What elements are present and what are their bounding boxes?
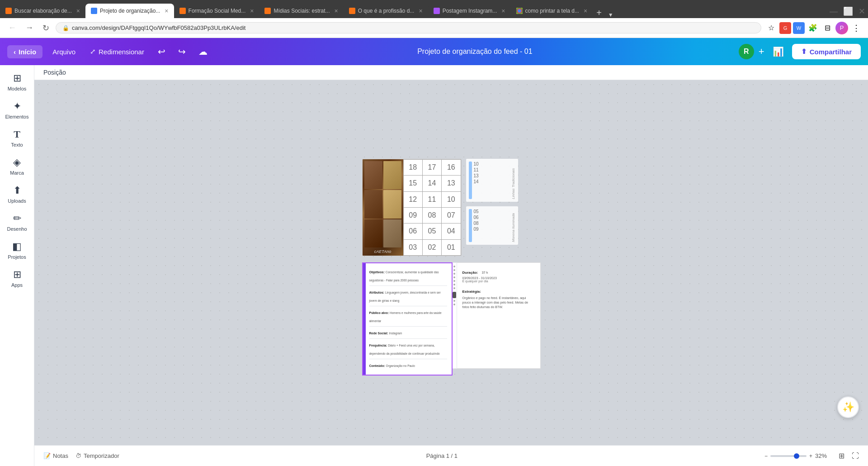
- sidebar-item-modelos[interactable]: ⊞ Modelos: [2, 69, 33, 95]
- form-divider-5: [369, 359, 447, 359]
- form-freq-label: Frequência:: [369, 344, 388, 347]
- num-list-1-card[interactable]: 10 11 13 14 Linhas Tradicionais: [466, 159, 518, 202]
- extension-1-icon[interactable]: G: [779, 22, 791, 34]
- notes-button[interactable]: 📝 Notas: [43, 452, 68, 459]
- notes-card[interactable]: Duração: 37 h 03/09/2023 - 31/10/2023 É …: [457, 262, 541, 369]
- tab-4-favicon: [264, 8, 271, 14]
- tab-4-close[interactable]: ×: [335, 7, 338, 14]
- forward-button[interactable]: →: [23, 21, 36, 34]
- zoom-slider[interactable]: [770, 455, 807, 457]
- maximize-button[interactable]: ⬜: [840, 5, 856, 18]
- canva-stats-button[interactable]: 📊: [769, 44, 788, 59]
- profile-letter: P: [840, 24, 844, 31]
- timer-button[interactable]: ⏱ Temporizador: [75, 452, 119, 459]
- sidebar-item-projetos[interactable]: ◧ Projetos: [2, 237, 33, 263]
- back-button[interactable]: ←: [5, 21, 19, 34]
- menu-dots-icon[interactable]: ⋮: [850, 22, 863, 34]
- brand-icon: ◈: [13, 157, 21, 168]
- tab-6-close[interactable]: ×: [501, 7, 505, 14]
- canva-share-button[interactable]: ⬆ Compartilhar: [792, 44, 861, 59]
- num-list-2-content: 05 06 08 09: [474, 209, 509, 242]
- apps-icon: ⊞: [13, 269, 21, 281]
- canva-undo-button[interactable]: ↩: [154, 44, 169, 59]
- tab-3[interactable]: Formação Social Med... ×: [174, 4, 259, 18]
- sidebar-apps-label: Apps: [11, 282, 23, 288]
- extension-2-icon[interactable]: W: [793, 22, 805, 34]
- scroll-dot: [453, 266, 455, 267]
- sidebar-item-elementos[interactable]: ✦ Elementos: [2, 97, 33, 123]
- bottom-right-controls: − + 32% ⊞ ⛶: [764, 450, 859, 462]
- tab-3-close[interactable]: ×: [250, 7, 254, 14]
- bookmark-star-icon[interactable]: ☆: [765, 22, 778, 34]
- photo-2: [383, 161, 401, 189]
- project-form-card[interactable]: Objetivos: Conscientizar, aumentar a qua…: [362, 262, 453, 376]
- tab-7-close[interactable]: ×: [584, 7, 587, 14]
- tab-1[interactable]: Buscar elaboração de... ×: [0, 4, 85, 18]
- notes-icon: 📝: [43, 452, 51, 459]
- canva-canvas-area: Posição: [34, 65, 868, 466]
- elements-icon: ✦: [13, 100, 21, 112]
- canvas-content[interactable]: cAETAno 18 17 16: [34, 80, 868, 445]
- scroll-dots-panel[interactable]: [453, 262, 457, 369]
- grid-view-button[interactable]: ⊞: [837, 450, 846, 462]
- timer-label: Temporizador: [84, 452, 119, 459]
- canva-redo-button[interactable]: ↪: [175, 44, 189, 59]
- notes-strategy-section: Estratégia: Orgânico e pago no feed. É i…: [462, 286, 535, 309]
- num-list-2-card[interactable]: 05 06 08 09 Morena Iluminada: [466, 206, 518, 245]
- tab-5-favicon: [349, 8, 355, 14]
- form-publico-label: Público alvo:: [369, 311, 390, 314]
- canva-add-collaborator-button[interactable]: +: [759, 46, 764, 57]
- tab-5[interactable]: O que é a profissão d... ×: [344, 4, 428, 18]
- browser-chrome: Buscar elaboração de... × Projeto de org…: [0, 0, 868, 38]
- notes-strategy-value: Orgânico e pago no feed. É instantâneo, …: [462, 296, 535, 309]
- chevron-left-icon: ‹: [14, 48, 16, 56]
- address-text: canva.com/design/DAFtggqI1Qo/WYwfbF0582a…: [72, 24, 755, 31]
- zoom-thumb[interactable]: [794, 453, 799, 459]
- sidebar-item-uploads[interactable]: ⬆ Uploads: [2, 181, 33, 207]
- sidebar-item-texto[interactable]: T Texto: [2, 125, 33, 151]
- tab-5-close[interactable]: ×: [419, 7, 422, 14]
- close-browser-button[interactable]: ✕: [856, 5, 868, 18]
- draw-icon: ✏: [13, 213, 21, 224]
- canva-user-avatar[interactable]: R: [739, 44, 754, 59]
- notes-duration-value: 37 h: [482, 271, 488, 274]
- uploads-icon: ⬆: [13, 185, 21, 196]
- tab-5-title: O que é a profissão d...: [358, 8, 415, 14]
- sidebar-item-desenho[interactable]: ✏ Desenho: [2, 209, 33, 235]
- scroll-handle[interactable]: [453, 292, 456, 298]
- zoom-plus-icon[interactable]: +: [809, 453, 812, 459]
- design-area[interactable]: cAETAno 18 17 16: [362, 159, 541, 376]
- form-left-bar: [363, 263, 366, 375]
- sidebar-item-apps[interactable]: ⊞ Apps: [2, 265, 33, 291]
- tab-4[interactable]: Mídias Sociais: estrat... ×: [259, 4, 343, 18]
- tab-2[interactable]: Projeto de organização... ×: [85, 4, 174, 18]
- fullscreen-button[interactable]: ⛶: [852, 452, 859, 460]
- canva-home-button[interactable]: ‹ Início: [7, 45, 42, 58]
- profile-avatar[interactable]: P: [835, 22, 848, 34]
- scroll-dot: [453, 300, 455, 302]
- magic-ai-button[interactable]: ✨: [837, 396, 859, 418]
- zoom-minus-icon[interactable]: −: [764, 453, 768, 459]
- sidebar-modelos-label: Modelos: [8, 86, 27, 91]
- canva-right-actions: R + 📊 ⬆ Compartilhar: [739, 44, 861, 59]
- canva-resize-button[interactable]: ⤢ Redimensionar: [85, 45, 149, 58]
- minimize-button[interactable]: —: [827, 5, 840, 18]
- tab-6[interactable]: Postagem Instagram... ×: [428, 4, 511, 18]
- feed-grid-card[interactable]: cAETAno 18 17 16: [362, 159, 462, 256]
- canva-title-area: Projeto de organização do feed - 01: [217, 48, 733, 56]
- address-bar[interactable]: 🔒 canva.com/design/DAFtggqI1Qo/WYwfbF058…: [56, 22, 761, 33]
- new-tab-button[interactable]: +: [593, 8, 605, 18]
- form-rede-label: Rede Social:: [369, 332, 389, 335]
- sidebar-toggle-icon[interactable]: ⊟: [821, 22, 834, 34]
- extensions-puzzle-icon[interactable]: 🧩: [807, 22, 819, 34]
- canva-save-cloud-button[interactable]: ☁: [195, 44, 211, 59]
- num-list-2-label: Morena Iluminada: [511, 209, 515, 242]
- tab-7[interactable]: como printar a tela d... ×: [511, 4, 593, 18]
- tab-1-close[interactable]: ×: [76, 7, 80, 14]
- tab-expand-button[interactable]: ▼: [605, 12, 616, 18]
- sidebar-item-marca[interactable]: ◈ Marca: [2, 153, 33, 179]
- tab-2-close[interactable]: ×: [165, 7, 168, 14]
- canva-file-button[interactable]: Arquivo: [48, 45, 80, 58]
- reload-button[interactable]: ↻: [40, 21, 52, 35]
- zoom-controls: − + 32%: [764, 452, 831, 459]
